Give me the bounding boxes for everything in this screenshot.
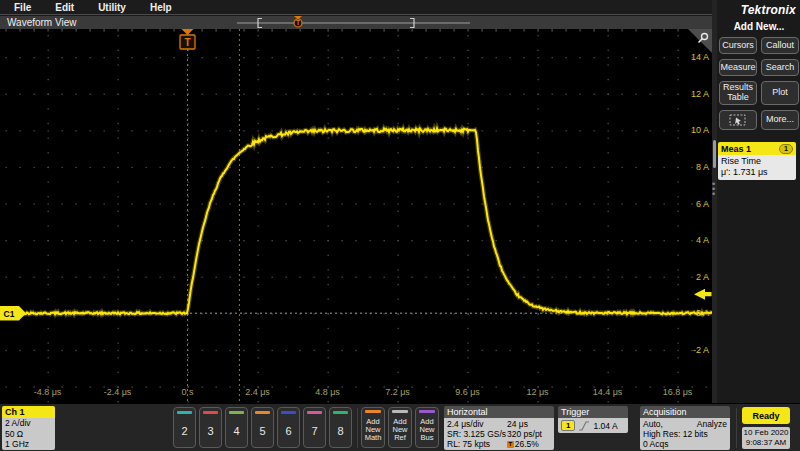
y-tick-label: 2 A bbox=[696, 272, 709, 282]
ch2-button[interactable]: 2 bbox=[173, 407, 196, 448]
graticule bbox=[6, 29, 707, 402]
plot-button[interactable]: Plot bbox=[761, 81, 799, 105]
time-text: 9:08:37 AM bbox=[742, 438, 790, 448]
waveform-view-tabbar: Waveform View T bbox=[0, 16, 712, 29]
search-button[interactable]: Search bbox=[761, 59, 799, 76]
add-new-ref-button[interactable]: Add New Ref bbox=[388, 407, 412, 448]
y-axis-labels: 14 A12 A10 A8 A6 A4 A2 A0 A-2 A bbox=[691, 52, 709, 355]
ch7-label: 7 bbox=[311, 414, 317, 447]
record-minimap[interactable]: T bbox=[228, 16, 478, 29]
right-sidebar: ••• Tektronix Add New... Cursors Callout… bbox=[712, 0, 800, 403]
acq-analyze: Analyze bbox=[697, 419, 727, 429]
ch7-button[interactable]: 7 bbox=[303, 407, 326, 448]
ch1-badge-title: Ch 1 bbox=[2, 406, 55, 418]
measure-button[interactable]: Measure bbox=[719, 59, 757, 76]
y-tick-label: 14 A bbox=[691, 52, 709, 62]
y-tick-label: 12 A bbox=[691, 89, 709, 99]
ch1-ground-marker[interactable]: C1 bbox=[0, 306, 26, 321]
menu-help[interactable]: Help bbox=[150, 2, 172, 13]
trigger-marker-letter: T bbox=[184, 37, 190, 48]
x-tick-label: -4.8 μs bbox=[34, 387, 62, 397]
ch2-label: 2 bbox=[181, 414, 187, 447]
acquisition-badge[interactable]: Acquisition Auto, Analyze High Res: 12 b… bbox=[640, 406, 730, 450]
ch1-flag-label: C1 bbox=[4, 309, 15, 319]
sample-rate: SR: 3.125 GS/s bbox=[447, 429, 507, 439]
more-button[interactable]: More... bbox=[761, 110, 799, 130]
record-length: RL: 75 kpts bbox=[447, 439, 507, 449]
zoom-corner-button[interactable] bbox=[688, 29, 712, 53]
menu-file[interactable]: File bbox=[14, 2, 31, 13]
tekscope-window: File Edit Utility Help Waveform View T -… bbox=[0, 0, 800, 451]
add-new-math-label: Add New Math bbox=[365, 413, 382, 447]
sidebar-drag-handle[interactable]: ••• bbox=[712, 182, 715, 197]
ch3-label: 3 bbox=[207, 414, 213, 447]
acq-mode: Auto, bbox=[643, 419, 663, 429]
x-tick-label: 14.4 μs bbox=[593, 387, 623, 397]
add-new-math-button[interactable]: Add New Math bbox=[361, 407, 385, 448]
x-tick-label: 9.6 μs bbox=[455, 387, 480, 397]
x-axis-labels: -4.8 μs-2.4 μs0 s2.4 μs4.8 μs7.2 μs9.6 μ… bbox=[34, 387, 693, 397]
x-tick-label: 0 s bbox=[181, 387, 194, 397]
trigger-badge[interactable]: Trigger 1 1.04 A bbox=[558, 406, 628, 433]
minimap-trigger-letter: T bbox=[296, 19, 300, 26]
ch8-label: 8 bbox=[337, 414, 343, 447]
ch6-button[interactable]: 6 bbox=[277, 407, 300, 448]
meas1-body: Rise Time μ': 1.731 μs bbox=[718, 155, 796, 180]
add-new-ref-label: Add New Ref bbox=[392, 413, 407, 447]
x-tick-label: 16.8 μs bbox=[663, 387, 693, 397]
y-tick-label: 8 A bbox=[696, 162, 709, 172]
meas1-source-pill: 1 bbox=[779, 144, 793, 154]
ch8-button[interactable]: 8 bbox=[329, 407, 352, 448]
ch4-label: 4 bbox=[233, 414, 239, 447]
ch5-label: 5 bbox=[259, 414, 265, 447]
results-table-button[interactable]: Results Table bbox=[719, 81, 757, 105]
x-tick-label: 7.2 μs bbox=[385, 387, 410, 397]
y-tick-label: 10 A bbox=[691, 125, 709, 135]
waveform-plot[interactable]: -4.8 μs-2.4 μs0 s2.4 μs4.8 μs7.2 μs9.6 μ… bbox=[0, 29, 712, 403]
acq-resolution: High Res: 12 bits bbox=[643, 429, 727, 439]
y-tick-label: 0 A bbox=[696, 308, 709, 318]
cursors-button[interactable]: Cursors bbox=[719, 37, 757, 54]
menu-utility[interactable]: Utility bbox=[98, 2, 126, 13]
add-new-bus-button[interactable]: Add New Bus bbox=[415, 407, 439, 448]
ch3-button[interactable]: 3 bbox=[199, 407, 222, 448]
ch4-button[interactable]: 4 bbox=[225, 407, 248, 448]
ch5-button[interactable]: 5 bbox=[251, 407, 274, 448]
callout-button[interactable]: Callout bbox=[761, 37, 799, 54]
record-duration: 24 μs bbox=[507, 419, 528, 429]
menu-edit[interactable]: Edit bbox=[55, 2, 74, 13]
add-new-header: Add New... bbox=[718, 21, 800, 32]
meas1-badge[interactable]: Meas 1 1 Rise Time μ': 1.731 μs bbox=[718, 142, 796, 180]
add-new-bus-label: Add New Bus bbox=[419, 413, 434, 447]
trigger-position-percent: 26.5% bbox=[515, 439, 539, 449]
meas1-value: μ': 1.731 μs bbox=[721, 167, 793, 178]
trigger-level-arrow-icon[interactable] bbox=[694, 289, 712, 300]
acq-count: 0 Acqs bbox=[643, 439, 727, 449]
ch1-bandwidth: 1 GHz bbox=[2, 439, 55, 450]
rising-edge-icon bbox=[578, 421, 590, 431]
horizontal-scale: 2.4 μs/div bbox=[447, 419, 507, 429]
horizontal-badge[interactable]: Horizontal 2.4 μs/div 24 μs SR: 3.125 GS… bbox=[444, 406, 554, 450]
sidebar-divider: ••• bbox=[712, 0, 717, 403]
horizontal-title: Horizontal bbox=[444, 406, 554, 418]
x-tick-label: 4.8 μs bbox=[315, 387, 340, 397]
ch1-badge[interactable]: Ch 1 2 A/div 50 Ω 1 GHz bbox=[2, 406, 55, 450]
tektronix-logo: Tektronix bbox=[718, 0, 800, 17]
acquisition-title: Acquisition bbox=[640, 406, 730, 418]
ch6-label: 6 bbox=[285, 414, 291, 447]
trigger-position-marker[interactable]: T bbox=[180, 29, 195, 49]
waveform-display[interactable]: -4.8 μs-2.4 μs0 s2.4 μs4.8 μs7.2 μs9.6 μ… bbox=[0, 29, 712, 403]
separator bbox=[736, 408, 737, 448]
waveform-view-tab[interactable]: Waveform View bbox=[7, 17, 76, 28]
meas1-title: Meas 1 bbox=[721, 144, 779, 154]
y-tick-label: 4 A bbox=[696, 235, 709, 245]
sidebar-scrollbar-thumb[interactable] bbox=[713, 140, 716, 168]
sample-period: 320 ps/pt bbox=[507, 429, 542, 439]
draw-a-box-button[interactable] bbox=[719, 110, 757, 130]
separator bbox=[357, 408, 358, 448]
ch1-termination: 50 Ω bbox=[2, 429, 55, 440]
ready-status-button[interactable]: Ready bbox=[742, 407, 790, 424]
x-tick-label: 2.4 μs bbox=[245, 387, 270, 397]
y-tick-label: -2 A bbox=[693, 345, 709, 355]
trigger-title: Trigger bbox=[558, 406, 628, 418]
